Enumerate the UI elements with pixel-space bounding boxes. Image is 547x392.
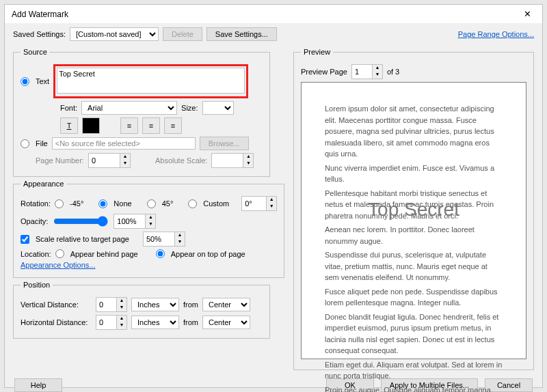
preview-document-text: Lorem ipsum dolor sit amet, consectetur … — [325, 103, 503, 392]
position-group: Position Vertical Distance: ▲▼ Inches fr… — [13, 281, 270, 339]
location-label: Location: — [21, 250, 51, 258]
preview-page-spinner[interactable]: ▲▼ — [372, 64, 383, 79]
preview-page-label: Preview Page — [301, 68, 347, 76]
horizontal-distance-spinner[interactable]: ▲▼ — [116, 315, 127, 330]
appear-behind-radio[interactable] — [55, 249, 64, 258]
opacity-label: Opacity: — [21, 217, 48, 225]
vertical-from-select[interactable]: Center — [202, 298, 250, 311]
rotation-none-radio[interactable] — [98, 199, 107, 208]
opacity-input[interactable] — [114, 214, 145, 229]
settings-toolbar: Saved Settings: [Custom-not saved] Delet… — [5, 23, 542, 45]
opacity-spinner[interactable]: ▲▼ — [145, 214, 156, 229]
align-center-icon[interactable]: ≡ — [142, 117, 160, 134]
page-number-spinner[interactable]: ▲▼ — [120, 153, 131, 168]
size-label: Size: — [181, 104, 198, 112]
horizontal-from-select[interactable]: Center — [202, 316, 250, 329]
appearance-options-link[interactable]: Appearance Options... — [21, 261, 95, 269]
preview-canvas: Lorem ipsum dolor sit amet, consectetur … — [301, 82, 526, 359]
size-select[interactable] — [202, 101, 234, 115]
align-right-icon[interactable]: ≡ — [164, 117, 182, 134]
horizontal-distance-input[interactable] — [96, 315, 116, 330]
vertical-from-label: from — [183, 300, 198, 309]
position-legend: Position — [21, 281, 53, 289]
horizontal-from-label: from — [183, 318, 198, 326]
align-left-icon[interactable]: ≡ — [120, 117, 138, 134]
page-range-options-link[interactable]: Page Range Options... — [458, 30, 534, 38]
page-number-input[interactable] — [88, 153, 120, 168]
horizontal-distance-label: Horizontal Distance: — [21, 318, 92, 326]
appearance-group: Appearance Rotation: -45° None 45° Custo… — [13, 180, 284, 278]
font-select[interactable]: Arial — [81, 101, 177, 115]
saved-settings-select[interactable]: [Custom-not saved] — [70, 27, 159, 41]
source-file-path — [52, 137, 196, 150]
save-settings-button[interactable]: Save Settings... — [206, 27, 277, 41]
absolute-scale-label: Absolute Scale: — [155, 156, 207, 165]
browse-button[interactable]: Browse... — [200, 137, 249, 150]
appear-ontop-radio[interactable] — [156, 249, 165, 258]
source-group: Source Text Top Secret Font: Arial Size:… — [13, 48, 270, 177]
source-legend: Source — [21, 48, 50, 56]
source-file-label: File — [36, 139, 48, 148]
source-text-radio[interactable] — [21, 77, 29, 86]
scale-relative-checkbox[interactable] — [21, 235, 29, 244]
titlebar: Add Watermark ✕ — [5, 5, 542, 23]
opacity-slider[interactable] — [53, 216, 108, 227]
rotation-45-radio[interactable] — [147, 199, 156, 208]
rotation-custom-spinner[interactable]: ▲▼ — [266, 196, 277, 211]
preview-page-input[interactable] — [351, 64, 372, 79]
horizontal-units-select[interactable]: Inches — [131, 316, 179, 329]
preview-page-of: of 3 — [387, 68, 399, 76]
source-file-radio[interactable] — [21, 139, 29, 148]
font-label: Font: — [60, 104, 77, 112]
scale-relative-spinner[interactable]: ▲▼ — [174, 232, 185, 247]
vertical-distance-input[interactable] — [96, 297, 116, 312]
vertical-distance-label: Vertical Distance: — [21, 300, 92, 309]
preview-group: Preview Preview Page ▲▼ of 3 Lorem ipsum… — [293, 48, 534, 370]
rotation-custom-input[interactable] — [241, 196, 266, 211]
appearance-legend: Appearance — [21, 180, 66, 188]
scale-relative-input[interactable] — [143, 232, 174, 247]
watermark-text-input[interactable]: Top Secret — [57, 68, 245, 94]
add-watermark-dialog: Add Watermark ✕ Saved Settings: [Custom-… — [4, 4, 543, 388]
source-text-label: Text — [36, 77, 49, 85]
page-number-label: Page Number: — [36, 156, 84, 165]
text-color-button[interactable] — [82, 117, 100, 134]
scale-relative-label: Scale relative to target page — [36, 235, 129, 243]
dialog-title: Add Watermark — [12, 10, 68, 19]
vertical-units-select[interactable]: Inches — [131, 298, 179, 311]
saved-settings-label: Saved Settings: — [13, 30, 66, 38]
help-button[interactable]: Help — [14, 378, 62, 392]
rotation-label: Rotation: — [21, 199, 51, 208]
delete-button[interactable]: Delete — [163, 27, 202, 41]
rotation-custom-radio[interactable] — [188, 199, 197, 208]
vertical-distance-spinner[interactable]: ▲▼ — [116, 297, 127, 312]
underline-icon[interactable]: T — [60, 117, 78, 134]
close-icon[interactable]: ✕ — [520, 8, 535, 20]
absolute-scale-input[interactable] — [211, 153, 243, 168]
absolute-scale-spinner[interactable]: ▲▼ — [243, 153, 254, 168]
rotation-minus45-radio[interactable] — [55, 199, 64, 208]
preview-legend: Preview — [301, 48, 333, 56]
text-input-highlight: Top Secret — [53, 64, 248, 98]
